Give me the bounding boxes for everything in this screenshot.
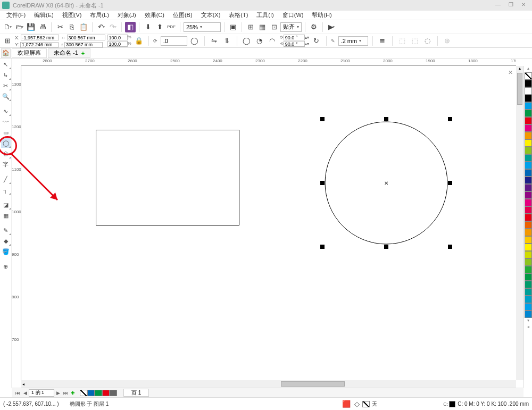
color-swatch[interactable]: [525, 87, 532, 95]
color-swatch[interactable]: [525, 281, 532, 288]
fullscreen-button[interactable]: ▣: [228, 22, 238, 32]
color-swatch[interactable]: [525, 206, 532, 214]
drawing-canvas[interactable]: ✕ ✕: [21, 66, 516, 380]
polygon-tool[interactable]: ⬠: [1, 149, 11, 158]
color-swatch[interactable]: [525, 117, 532, 124]
artistic-media-tool[interactable]: 〰: [1, 117, 11, 127]
color-swatch[interactable]: [525, 154, 532, 162]
menu-table[interactable]: 表格(T): [225, 10, 252, 20]
palette-flyout-icon[interactable]: ◂: [524, 324, 532, 331]
color-swatch[interactable]: [525, 229, 532, 236]
ellipse-tool[interactable]: ◯: [1, 138, 11, 148]
first-page-button[interactable]: ⏮: [14, 390, 21, 396]
color-swatch[interactable]: [525, 221, 532, 229]
color-swatch[interactable]: [525, 139, 532, 147]
rotation-input[interactable]: .0: [161, 36, 187, 46]
minimize-button[interactable]: —: [492, 2, 504, 9]
scale-y-input[interactable]: [107, 41, 128, 47]
lock-ratio-button[interactable]: 🔒: [134, 36, 144, 46]
freehand-tool[interactable]: ∿: [1, 106, 11, 116]
color-swatch[interactable]: [525, 199, 532, 206]
color-swatch[interactable]: [525, 110, 532, 117]
selection-handle[interactable]: [384, 117, 388, 121]
menu-edit[interactable]: 编辑(E): [30, 10, 58, 20]
zoom-combo[interactable]: 25%▾: [184, 22, 221, 32]
undo-button[interactable]: ↶▾: [96, 22, 106, 32]
x-position-input[interactable]: [21, 35, 59, 40]
show-grid-button[interactable]: ▦: [257, 22, 268, 32]
zoom-tool[interactable]: 🔍: [1, 91, 11, 101]
menu-file[interactable]: 文件(F): [2, 10, 30, 20]
color-swatch[interactable]: [525, 303, 532, 311]
selection-handle[interactable]: [448, 117, 452, 121]
text-tool[interactable]: 字: [1, 160, 11, 169]
doc-color-swatch[interactable]: [110, 390, 117, 396]
palette-up-icon[interactable]: ▴: [524, 66, 532, 72]
color-swatch[interactable]: [525, 177, 532, 184]
close-button[interactable]: ✕: [517, 2, 530, 9]
color-swatch[interactable]: [525, 251, 532, 258]
y-position-input[interactable]: [20, 42, 59, 48]
interactive-fill-tool[interactable]: ◆: [1, 236, 11, 246]
menu-effects[interactable]: 效果(C): [140, 10, 169, 20]
color-swatch[interactable]: [525, 191, 532, 199]
selection-handle[interactable]: [448, 181, 452, 185]
color-swatch[interactable]: [525, 95, 532, 102]
color-proof-icon[interactable]: 🟥: [341, 399, 352, 409]
to-front-button[interactable]: ⬚: [397, 36, 408, 46]
copy-button[interactable]: ⎘: [66, 22, 77, 32]
show-rulers-button[interactable]: ⊞: [245, 22, 256, 32]
add-tab-icon[interactable]: +: [81, 50, 85, 56]
doc-color-swatch[interactable]: [102, 390, 110, 396]
rectangle-object[interactable]: [96, 130, 239, 225]
selection-handle[interactable]: [448, 245, 452, 249]
shape-tool[interactable]: ↳: [1, 70, 11, 80]
smart-fill-tool[interactable]: 🪣: [1, 247, 11, 256]
pie-shape-button[interactable]: ◔: [254, 36, 265, 46]
menu-window[interactable]: 窗口(W): [278, 10, 308, 20]
color-swatch[interactable]: [525, 273, 532, 281]
no-color-swatch[interactable]: [525, 72, 532, 80]
snap-combo[interactable]: 贴齐▾: [280, 22, 302, 32]
cut-button[interactable]: ✂: [55, 22, 65, 32]
end-angle-input[interactable]: [284, 41, 305, 47]
color-swatch[interactable]: [525, 214, 532, 221]
color-swatch[interactable]: [525, 124, 532, 132]
color-swatch[interactable]: [525, 296, 532, 303]
transparency-tool[interactable]: ▦: [1, 211, 11, 220]
menu-view[interactable]: 视图(V): [58, 10, 86, 20]
selection-handle[interactable]: [320, 181, 325, 185]
origin-icon[interactable]: ⊞: [2, 36, 13, 46]
add-page-button[interactable]: ✚: [69, 390, 77, 396]
welcome-tab[interactable]: 欢迎屏幕: [12, 48, 47, 58]
wrap-text-button[interactable]: ≣: [377, 36, 388, 46]
prev-page-button[interactable]: ◀: [21, 390, 29, 396]
pick-tool[interactable]: ↖: [1, 60, 11, 69]
convert-curves-button[interactable]: ◌: [422, 36, 433, 46]
ellipse-shape-button[interactable]: ◯: [242, 36, 252, 46]
canvas-close-icon[interactable]: ✕: [508, 69, 513, 76]
rotation-apply-icon[interactable]: ◯: [189, 36, 200, 46]
ellipse-object[interactable]: ✕: [322, 119, 450, 247]
export-button[interactable]: ⬆: [154, 22, 165, 32]
outline-swatch-icon[interactable]: [449, 401, 455, 407]
menu-object[interactable]: 对象(J): [113, 10, 140, 20]
doc-color-swatch[interactable]: [95, 390, 102, 396]
parallel-dimension-tool[interactable]: ╱: [1, 174, 11, 184]
selection-handle[interactable]: [320, 245, 325, 249]
horizontal-ruler[interactable]: 2800 2700 2600 2500 2400 2300 2200 2100 …: [21, 58, 516, 66]
show-guides-button[interactable]: ⊡: [269, 22, 279, 32]
drop-shadow-tool[interactable]: ◪: [1, 200, 11, 210]
vertical-scrollbar[interactable]: ▴: [516, 66, 523, 380]
arc-shape-button[interactable]: ◠: [267, 36, 278, 46]
menu-bitmap[interactable]: 位图(B): [169, 10, 197, 20]
publish-pdf-button[interactable]: PDF: [166, 22, 177, 32]
palette-down-icon[interactable]: ▾: [524, 318, 532, 324]
selection-handle[interactable]: [320, 117, 325, 121]
connector-tool[interactable]: ┐: [1, 185, 11, 195]
direction-button[interactable]: ↻: [311, 36, 322, 46]
document-tab[interactable]: 未命名 -1+: [48, 48, 90, 58]
color-swatch[interactable]: [525, 80, 532, 87]
import-button[interactable]: ⬇: [143, 22, 153, 32]
launch-button[interactable]: ▶▾: [326, 22, 337, 32]
